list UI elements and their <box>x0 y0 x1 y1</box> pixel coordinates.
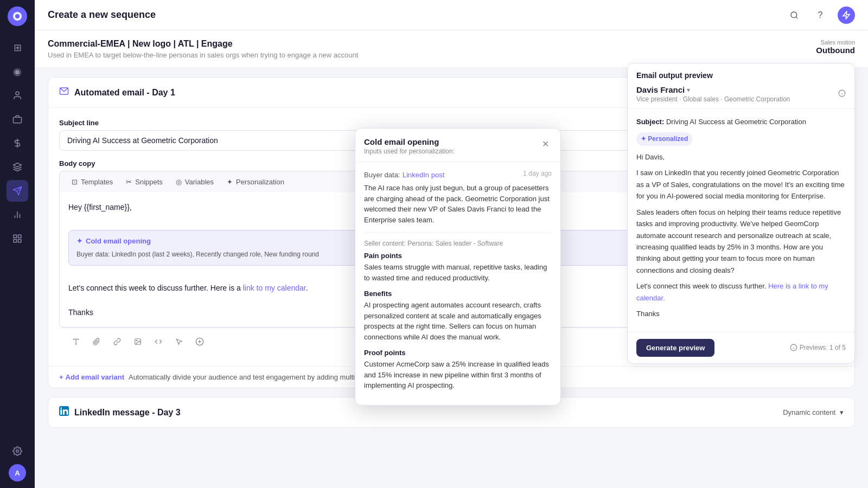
svg-marker-18 <box>843 11 850 18</box>
image-btn[interactable] <box>130 333 146 350</box>
svg-point-23 <box>136 340 137 341</box>
sidebar-icon-grid[interactable]: ⊞ <box>7 37 28 59</box>
calendar-link[interactable]: link to my calendar <box>243 284 306 292</box>
cold-email-popup: Cold email opening Inputs used for perso… <box>355 128 561 406</box>
body-text-before: Let's connect this week to discuss furth… <box>68 284 241 292</box>
attachment-btn[interactable] <box>88 333 105 350</box>
step1-title: Automated email - Day 1 <box>74 88 175 98</box>
svg-rect-11 <box>14 235 16 237</box>
code-btn[interactable] <box>150 333 167 350</box>
popup-divider <box>364 233 552 233</box>
help-button[interactable]: ? <box>812 7 829 24</box>
pain-points-title: Pain points <box>364 252 552 260</box>
sidebar-icon-settings[interactable] <box>7 440 28 462</box>
preview-contact-name: Davis Franci <box>636 85 685 94</box>
buyer-data-row: Buyer data: LinkedIn post 1 day ago <box>364 170 552 179</box>
sidebar-icon-users[interactable] <box>7 85 28 106</box>
step2-title: LinkedIn message - Day 3 <box>74 408 181 418</box>
preview-section-title: Email output preview <box>636 71 846 80</box>
sequence-subtitle: Used in EMEA to target below-the-line pe… <box>48 51 358 59</box>
contact-dropdown-icon[interactable]: ▾ <box>687 86 690 94</box>
sidebar-icon-apps[interactable] <box>7 228 28 249</box>
variables-label: Variables <box>185 178 214 186</box>
add-variant-label: Add email variant <box>66 373 124 381</box>
preview-para3-text: Let's connect this week to discuss furth… <box>636 282 767 290</box>
popup-header: Cold email opening Inputs used for perso… <box>355 129 560 162</box>
preview-greeting: Hi Davis, <box>636 151 846 163</box>
buyer-data-text: The AI race has only just begun, but a g… <box>364 183 552 225</box>
step2-dropdown-icon[interactable]: ▾ <box>840 408 844 416</box>
personalization-tab-icon: ✦ <box>227 178 233 186</box>
cursor-btn[interactable] <box>171 333 187 350</box>
personalization-tab[interactable]: ✦ Personalization <box>221 176 290 188</box>
sequence-title: Commercial-EMEA | New logo | ATL | Engag… <box>48 39 358 49</box>
format-text-btn[interactable] <box>68 333 84 350</box>
notification-button[interactable] <box>838 7 855 24</box>
popup-close-button[interactable]: ✕ <box>539 137 552 150</box>
templates-label: Templates <box>81 178 113 186</box>
sidebar-icon-dollar[interactable] <box>7 132 28 154</box>
sidebar-icon-send[interactable] <box>7 180 28 202</box>
top-header: Create a new sequence ? <box>35 0 868 30</box>
add-btn[interactable] <box>192 333 208 350</box>
email-icon <box>59 86 69 99</box>
sales-motion-badge: Sales motion Outbound <box>816 39 855 55</box>
proof-points-title: Proof points <box>364 349 552 357</box>
proof-points-text: Customer AcmeCorp saw a 25% increase in … <box>364 359 552 391</box>
preview-para3: Let's connect this week to discuss furth… <box>636 280 846 304</box>
svg-rect-12 <box>18 235 21 237</box>
benefits-title: Benefits <box>364 290 552 298</box>
preview-body: Subject: Driving AI Success at Geometric… <box>628 109 854 332</box>
buyer-data-label: Buyer data: <box>364 171 400 179</box>
preview-footer: Generate preview Previews: 1 of 5 <box>628 332 854 363</box>
sidebar-icon-layers[interactable] <box>7 156 28 178</box>
sidebar-icon-briefcase[interactable] <box>7 108 28 130</box>
subject-label: Subject: <box>636 118 664 126</box>
svg-rect-14 <box>14 240 16 242</box>
svg-point-15 <box>16 450 19 453</box>
popup-body: Buyer data: LinkedIn post 1 day ago The … <box>355 162 560 405</box>
sparkle-icon: ✦ <box>76 236 82 247</box>
preview-info-icon[interactable] <box>838 89 846 99</box>
snippets-icon: ✂ <box>126 178 132 186</box>
link-btn[interactable] <box>109 333 125 350</box>
templates-icon: ⊡ <box>72 178 78 186</box>
main-content: Create a new sequence ? Commercial-EMEA … <box>35 0 868 488</box>
plus-icon: + <box>59 373 63 381</box>
personalized-badge: ✦ Personalized <box>636 132 692 146</box>
personalization-label: Personalization <box>236 178 284 186</box>
add-variant-button[interactable]: + Add email variant <box>59 373 124 381</box>
svg-rect-13 <box>18 240 21 242</box>
preview-count-label: Previews: 1 of 5 <box>800 344 846 351</box>
preview-para2: Sales leaders often focus on helping the… <box>636 207 846 277</box>
buyer-data-link[interactable]: LinkedIn post <box>403 171 444 179</box>
svg-point-1 <box>15 14 20 18</box>
sidebar: ⊞ ◉ A <box>0 0 35 488</box>
header-icons: ? <box>786 7 855 24</box>
svg-point-2 <box>16 92 19 95</box>
popup-title: Cold email opening <box>364 137 455 146</box>
app-logo[interactable] <box>8 7 27 26</box>
variables-icon: ◎ <box>176 178 182 186</box>
svg-point-16 <box>791 12 797 18</box>
snippets-tab[interactable]: ✂ Snippets <box>120 176 168 188</box>
buyer-data-time: 1 day ago <box>523 170 552 177</box>
sidebar-icon-target[interactable]: ◉ <box>7 61 28 82</box>
generate-preview-button[interactable]: Generate preview <box>636 339 714 357</box>
user-avatar[interactable]: A <box>9 464 26 481</box>
sales-motion-value: Outbound <box>816 46 855 55</box>
page-title: Create a new sequence <box>48 9 777 21</box>
pain-points-text: Sales teams struggle with manual, repeti… <box>364 262 552 283</box>
variables-tab[interactable]: ◎ Variables <box>170 176 219 188</box>
seller-content-label: Seller content: Persona: Sales leader - … <box>364 240 552 247</box>
preview-para1: I saw on LinkedIn that you recently join… <box>636 167 846 202</box>
sales-motion-label: Sales motion <box>816 39 855 46</box>
body-period: . <box>306 284 308 292</box>
search-button[interactable] <box>786 7 803 24</box>
step2-content-label: Dynamic content <box>783 408 835 416</box>
sidebar-icon-chart[interactable] <box>7 204 28 226</box>
preview-thanks: Thanks <box>636 308 846 319</box>
templates-tab[interactable]: ⊡ Templates <box>66 176 118 188</box>
linkedin-icon <box>59 406 69 419</box>
svg-marker-5 <box>14 163 22 168</box>
